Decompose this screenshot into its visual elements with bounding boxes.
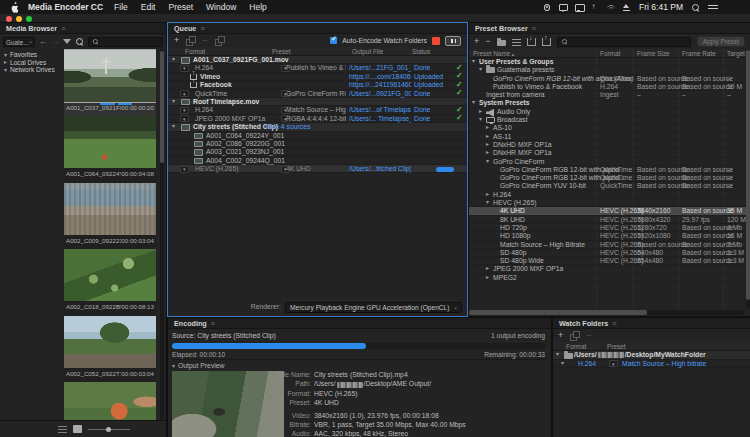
chevron-icon[interactable]: ▸ [4, 59, 7, 65]
output-file-link[interactable]: /Users/... Timelapse_1.mxf [349, 115, 411, 123]
panel-menu-icon[interactable]: ≡ [211, 320, 215, 327]
media-browser-scrollbar[interactable] [160, 49, 164, 420]
preset-row[interactable]: SD 480p WideHEVC (H.265)854x480Based on … [469, 257, 750, 265]
preset-row[interactable]: ▾GoPro CineForm [469, 158, 750, 166]
clip-thumbnail[interactable] [64, 116, 156, 168]
create-preset-button[interactable]: + [474, 37, 479, 46]
preset-row[interactable]: ▾HEVC (H.265) [469, 199, 750, 207]
menubar-clock[interactable]: Fri 6:41 PM [639, 2, 683, 12]
add-source-button[interactable]: + [174, 36, 179, 45]
preset-row[interactable]: Publish to Vimeo & FacebookH.264Based on… [469, 83, 750, 91]
preset-horizontal-scrollbar[interactable] [469, 310, 745, 315]
output-file-link[interactable]: /Users/...titched Clip).mp4 [349, 165, 411, 173]
delete-preset-button[interactable]: − [485, 37, 490, 46]
back-arrow-icon[interactable]: ← [39, 38, 47, 46]
menubar-wifi-icon[interactable] [606, 2, 615, 12]
clip-thumbnail[interactable] [64, 183, 156, 235]
panel-menu-icon[interactable]: ≡ [200, 25, 204, 32]
queue-row-output[interactable]: JPEG 2000 MXF OP1aRGBA 4:4:4:4 12-bit (B… [168, 115, 467, 123]
chevron-down-icon[interactable]: ▾ [172, 363, 175, 369]
chevron-right-icon[interactable]: ▸ [486, 274, 489, 280]
watch-folder-format[interactable]: H.264 [578, 360, 596, 369]
watch-folders-tab[interactable]: Watch Folders ≡ [553, 318, 750, 329]
panel-menu-icon[interactable]: ≡ [532, 25, 536, 32]
chevron-right-icon[interactable]: ▸ [486, 265, 489, 271]
chevron-right-icon[interactable]: ▸ [486, 141, 489, 147]
queue-row-output[interactable]: HEVC (H.265)4K UHD/Users/...titched Clip… [168, 165, 467, 173]
duplicate-button[interactable] [186, 36, 195, 45]
chevron-down-icon[interactable]: ▾ [561, 360, 564, 366]
filter-funnel-icon[interactable] [63, 39, 71, 44]
column-header-preset[interactable]: Preset [272, 48, 290, 55]
column-header-preset-name[interactable]: Preset Name [473, 50, 514, 57]
window-minimize-button[interactable] [16, 16, 22, 22]
preset-row[interactable]: ▾System Presets [469, 99, 750, 107]
output-file-link[interactable]: /Users/...of Timelapse.mp4 [349, 106, 411, 114]
media-clip-item[interactable]: A002_C018_0922BW_...00:00:08:13 [64, 249, 156, 316]
remove-watch-folder-button[interactable]: − [586, 331, 591, 340]
chevron-down-icon[interactable]: ▾ [479, 66, 482, 72]
chevron-down-icon[interactable]: ▾ [172, 56, 175, 62]
apple-menu-icon[interactable] [10, 2, 19, 13]
preset-settings-icon[interactable] [512, 38, 521, 46]
chevron-right-icon[interactable]: ▸ [486, 124, 489, 130]
window-zoom-button[interactable] [26, 16, 32, 22]
chevron-down-icon[interactable]: ▾ [172, 123, 175, 129]
queue-row-subsource[interactable]: A004_C002_09244Q_001 [168, 157, 467, 165]
menu-file[interactable]: File [114, 2, 128, 12]
watch-folder-row[interactable]: ▾ /Users//Desktop/MyWatchFolder [553, 351, 750, 360]
chevron-down-icon[interactable]: ▾ [556, 351, 559, 357]
queue-row-subsource[interactable]: A002_C086_09220G_001 [168, 140, 467, 148]
preset-row[interactable]: Ingest from cameraIngest––– [469, 91, 750, 99]
preset-row[interactable]: ▾Guatemala presets [469, 66, 750, 74]
preset-vertical-scrollbar[interactable] [746, 49, 750, 309]
column-header-preset[interactable]: Preset [607, 343, 625, 350]
queue-row-share[interactable]: Vimeohttps://....com/184066142Uploaded✓ [168, 73, 467, 81]
menubar-display-icon[interactable] [574, 2, 583, 12]
menubar-arrow-up-icon[interactable] [590, 2, 599, 12]
tree-item-local-drives[interactable]: ▸Local Drives [0, 59, 62, 67]
media-search-box[interactable] [88, 37, 163, 47]
thumbnail-view-icon[interactable] [73, 425, 82, 433]
format-dropdown[interactable] [180, 107, 189, 114]
auto-encode-checkbox[interactable] [330, 37, 337, 44]
menubar-messages-icon[interactable] [558, 2, 567, 12]
watch-folder-preset[interactable]: Match Source – High bitrate [622, 360, 706, 369]
copy-button[interactable] [215, 36, 224, 45]
preset-row[interactable]: 8K UHDHEVC (H.265)7680x432029.97 fps120 … [469, 216, 750, 224]
menubar-camera-icon[interactable] [542, 2, 551, 12]
chevron-right-icon[interactable]: ▸ [486, 133, 489, 139]
window-close-button[interactable] [6, 16, 12, 22]
chevron-down-icon[interactable]: ▾ [479, 116, 482, 122]
preset-row[interactable]: GoPro CineForm RGB 12-bit with alphaQuic… [469, 166, 750, 174]
menubar-eject-icon[interactable] [622, 2, 631, 12]
preset-row[interactable]: ▸DNxHD MXF OP1a [469, 141, 750, 149]
preset-row[interactable]: ▸AS-11 [469, 133, 750, 141]
media-clip-item[interactable]: A002_C052_0922T7_...00:00:03:04 [64, 315, 156, 382]
preset-row[interactable]: ▸MPEG2 [469, 274, 750, 282]
export-presets-icon[interactable] [542, 38, 551, 46]
chevron-down-icon[interactable]: ▾ [472, 99, 475, 105]
column-header-status[interactable]: Status [412, 48, 430, 55]
media-clip-item[interactable]: A002_C009_092221_...00:00:03:04 [64, 182, 156, 249]
column-header-frame-rate[interactable]: Frame Rate [682, 50, 716, 57]
queue-row-source[interactable]: ▾City streets (Stitched Clip)Hide 4 sour… [168, 123, 467, 131]
clip-thumbnail[interactable] [64, 382, 156, 420]
queue-row-output[interactable]: H.264Publish to Vimeo & Face.../Users/..… [168, 64, 467, 72]
preset-row[interactable]: 4K UHDHEVC (H.265)3840x2160Based on sour… [469, 207, 750, 215]
panel-menu-icon[interactable]: ≡ [61, 25, 65, 32]
location-dropdown[interactable]: Guate... [3, 37, 35, 47]
column-header-output-file[interactable]: Output File [352, 48, 383, 55]
new-group-icon[interactable] [497, 40, 506, 46]
list-view-icon[interactable] [58, 425, 67, 433]
spotlight-search-icon[interactable] [691, 3, 700, 12]
queue-row-subsource[interactable]: A003_C021_0923NJ_001 [168, 148, 467, 156]
chevron-right-icon[interactable]: ▸ [479, 108, 482, 114]
queue-row-source[interactable]: ▾Roof Timelapse.mov [168, 98, 467, 106]
preset-row[interactable]: Match Source – High BitrateHEVC (H.265)B… [469, 241, 750, 249]
preset-row[interactable]: SD 480pHEVC (H.265)640x480Based on sourc… [469, 249, 750, 257]
menu-help[interactable]: Help [249, 2, 266, 12]
encoding-tab[interactable]: Encoding ≡ [168, 318, 551, 329]
preset-search-box[interactable] [557, 37, 691, 47]
queue-row-subsource[interactable]: A001_C064_09224Y_001 [168, 132, 467, 140]
